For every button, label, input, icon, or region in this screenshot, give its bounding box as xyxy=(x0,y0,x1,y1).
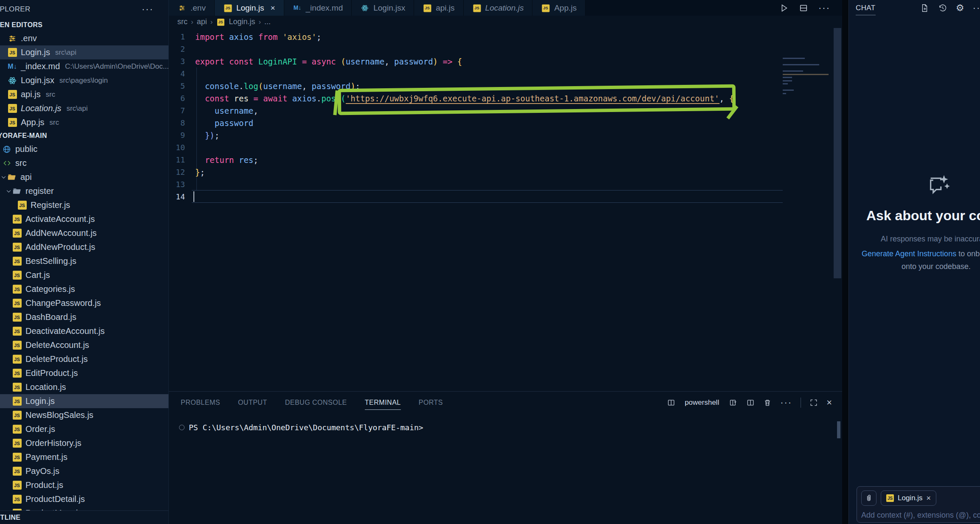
tab-Login.js[interactable]: JSLogin.js× xyxy=(215,0,284,16)
tree-item-EditProduct.js[interactable]: JSEditProduct.js xyxy=(0,366,169,380)
project-header[interactable]: FLYORAFE-MAIN xyxy=(0,129,169,142)
line-number: 5 xyxy=(169,81,192,90)
run-button[interactable] xyxy=(779,3,789,13)
new-chat-icon[interactable] xyxy=(920,3,930,13)
breadcrumb[interactable]: src›api›JSLogin.js›... xyxy=(169,16,842,28)
chat-sparkle-icon xyxy=(927,173,951,199)
shell-name[interactable]: powershell xyxy=(685,398,719,407)
chat-history-icon[interactable] xyxy=(938,3,947,13)
tree-item-Login.js[interactable]: JSLogin.js xyxy=(0,394,169,408)
generate-agent-instructions-link[interactable]: Generate Agent Instructions xyxy=(862,249,956,258)
chat-settings-icon[interactable]: ⚙ xyxy=(956,3,964,13)
outline-header[interactable]: OUTLINE xyxy=(0,510,169,524)
attach-context-button[interactable] xyxy=(861,490,876,506)
tree-item-Product.js[interactable]: JSProduct.js xyxy=(0,478,169,492)
tree-item-src[interactable]: src xyxy=(0,156,169,170)
terminal-pane-icon xyxy=(667,398,675,407)
tree-item-DeleteProduct.js[interactable]: JSDeleteProduct.js xyxy=(0,352,169,366)
open-editor-item-Login.jsx[interactable]: Login.jsxsrc\pages\login xyxy=(0,73,169,87)
tree-item-ActivateAccount.js[interactable]: JSActivateAccount.js xyxy=(0,212,169,226)
tree-item-DeleteAccount.js[interactable]: JSDeleteAccount.js xyxy=(0,338,169,352)
breadcrumb-item-src[interactable]: src xyxy=(177,17,188,26)
tree-item-ProductDetail.js[interactable]: JSProductDetail.js xyxy=(0,492,169,506)
split-terminal-button[interactable] xyxy=(746,398,755,407)
panel-tab-output[interactable]: OUTPUT xyxy=(238,392,267,414)
open-editor-item-Login.js[interactable]: JSLogin.jssrc\api xyxy=(0,45,169,59)
close-panel-button[interactable]: × xyxy=(826,397,832,408)
tab-.env[interactable]: .env xyxy=(169,0,215,16)
tree-item-ChangePassword.js[interactable]: JSChangePassword.js xyxy=(0,296,169,310)
panel-sash[interactable] xyxy=(842,0,848,524)
tree-item-DashBoard.js[interactable]: JSDashBoard.js xyxy=(0,310,169,324)
open-editor-item-_index.md[interactable]: M↓_index.mdC:\Users\Admin\OneDrive\Doc..… xyxy=(0,59,169,73)
open-editor-item-App.js[interactable]: JSApp.jssrc xyxy=(0,115,169,129)
tree-item-Order.js[interactable]: JSOrder.js xyxy=(0,422,169,436)
breadcrumb-item-Login.js[interactable]: Login.js xyxy=(229,17,255,26)
tree-item-api[interactable]: api xyxy=(0,170,169,184)
open-editors-header[interactable]: OPEN EDITORS xyxy=(0,19,169,31)
tab-api.js[interactable]: JSapi.js xyxy=(414,0,463,16)
chat-welcome-line2: onto your codebase. xyxy=(902,262,971,271)
tab-Location.js[interactable]: JSLocation.js xyxy=(464,0,533,16)
kill-terminal-button[interactable] xyxy=(763,398,772,407)
split-editor-button[interactable] xyxy=(799,3,808,13)
tree-item-register[interactable]: register xyxy=(0,184,169,198)
terminal-scrollbar[interactable] xyxy=(837,421,840,438)
chat-input-placeholder[interactable]: Add context (#), extensions (@), command… xyxy=(861,511,980,520)
tree-item-Cart.js[interactable]: JSCart.js xyxy=(0,268,169,282)
env-icon xyxy=(8,34,17,43)
chat-panel: CHAT ⚙ ··· Ask about your codebase AI re… xyxy=(848,0,980,524)
terminal-content[interactable]: PS C:\Users\Admin\OneDrive\Documents\Fly… xyxy=(169,414,842,432)
chat-tab[interactable]: CHAT xyxy=(856,4,876,15)
tree-item-Register.js[interactable]: JSRegister.js xyxy=(0,198,169,212)
code-editor[interactable]: 1import axios from 'axios';23export cons… xyxy=(169,28,842,391)
tab-App.js[interactable]: JSApp.js xyxy=(532,0,585,16)
new-terminal-dropdown[interactable] xyxy=(729,398,738,407)
js-icon: JS xyxy=(12,313,22,322)
js-icon: JS xyxy=(12,271,22,280)
js-icon: JS xyxy=(12,341,22,350)
tree-item-public[interactable]: public xyxy=(0,142,169,156)
explorer-more-icon[interactable]: ··· xyxy=(142,4,154,15)
tree-item-NewsBlogSales.js[interactable]: JSNewsBlogSales.js xyxy=(0,408,169,422)
tree-item-Location.js[interactable]: JSLocation.js xyxy=(0,380,169,394)
line-number: 12 xyxy=(169,168,192,177)
panel-tab-debug-console[interactable]: DEBUG CONSOLE xyxy=(285,392,347,414)
tree-item-AddNewProduct.js[interactable]: JSAddNewProduct.js xyxy=(0,240,169,254)
chevron-down-icon xyxy=(0,174,7,180)
panel-tab-ports[interactable]: PORTS xyxy=(419,392,443,414)
tab-_index.md[interactable]: M↓_index.md xyxy=(284,0,352,16)
editor-more-actions[interactable]: ··· xyxy=(818,3,830,14)
open-editor-item-.env[interactable]: .env xyxy=(0,31,169,45)
chat-input-box[interactable]: JS Login.js × Add context (#), extension… xyxy=(857,486,980,523)
panel-tab-terminal[interactable]: TERMINAL xyxy=(365,392,401,414)
tree-item-Payment.js[interactable]: JSPayment.js xyxy=(0,450,169,464)
js-icon: JS xyxy=(12,257,22,266)
js-icon: JS xyxy=(8,48,17,57)
line-number: 13 xyxy=(169,180,192,189)
breadcrumb-item-api[interactable]: api xyxy=(197,17,207,26)
maximize-panel-button[interactable] xyxy=(809,398,818,407)
env-icon xyxy=(178,4,186,12)
line-number: 10 xyxy=(169,143,192,152)
breadcrumb-item-...[interactable]: ... xyxy=(264,17,271,26)
close-tab-icon[interactable]: × xyxy=(270,3,275,13)
open-editor-item-Location.js[interactable]: JSLocation.jssrc\api xyxy=(0,101,169,115)
editor-actions: ··· xyxy=(779,0,842,16)
open-editor-item-api.js[interactable]: JSapi.jssrc xyxy=(0,87,169,101)
tree-item-AddNewAccount.js[interactable]: JSAddNewAccount.js xyxy=(0,226,169,240)
tree-item-BestSelling.js[interactable]: JSBestSelling.js xyxy=(0,254,169,268)
tab-Login.jsx[interactable]: Login.jsx xyxy=(352,0,414,16)
tree-item-OrderHistory.js[interactable]: JSOrderHistory.js xyxy=(0,436,169,450)
js-icon: JS xyxy=(12,229,22,238)
context-chip-login-js[interactable]: JS Login.js × xyxy=(881,490,936,506)
panel-tab-problems[interactable]: PROBLEMS xyxy=(181,392,220,414)
tree-item-Categories.js[interactable]: JSCategories.js xyxy=(0,282,169,296)
terminal-more-actions[interactable]: ··· xyxy=(780,397,792,408)
breadcrumb-separator: › xyxy=(191,18,193,26)
chat-more-icon[interactable]: ··· xyxy=(973,3,980,14)
tree-item-PayOs.js[interactable]: JSPayOs.js xyxy=(0,464,169,478)
tree-item-DeactivateAccount.js[interactable]: JSDeactivateAccount.js xyxy=(0,324,169,338)
line-number: 4 xyxy=(169,69,192,78)
remove-context-icon[interactable]: × xyxy=(927,494,931,503)
